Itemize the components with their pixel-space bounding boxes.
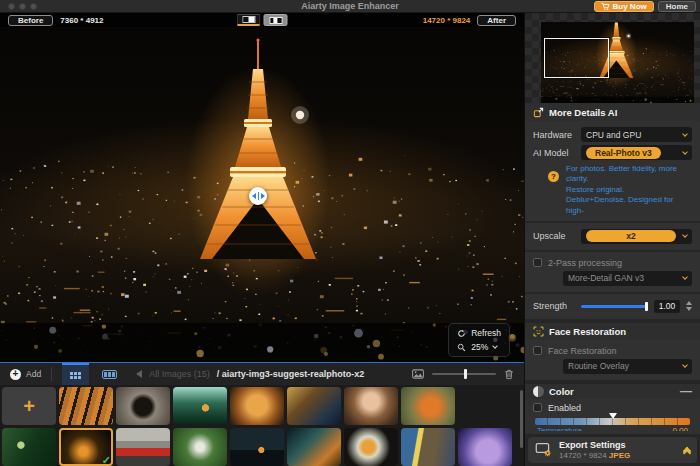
navigator-preview[interactable] <box>525 13 700 103</box>
after-button[interactable]: After <box>477 15 516 26</box>
minimize-window-icon[interactable] <box>19 3 26 10</box>
compare-slider-handle[interactable] <box>249 187 267 205</box>
thumbnail-size-icon <box>412 369 424 379</box>
thumbnail-red-car[interactable] <box>116 428 170 466</box>
thumbnail-portrait-woman[interactable] <box>344 387 398 425</box>
upscale-label: Upscale <box>533 231 575 241</box>
thumbnail-size-slider-handle[interactable] <box>464 369 467 379</box>
plus-circle-icon: + <box>10 369 21 380</box>
handle-right-arrow-icon <box>261 193 265 199</box>
collapse-section-icon[interactable]: — <box>680 387 692 395</box>
close-window-icon[interactable] <box>8 3 15 10</box>
home-button[interactable]: Home <box>658 1 696 12</box>
upscale-dropdown[interactable]: x2 <box>581 229 692 244</box>
buy-now-button[interactable]: Buy Now <box>594 1 654 12</box>
hint-line: Deblur+Denoise. Designed for high- <box>566 195 692 216</box>
thumbnail-tokyo-night[interactable]: ✓ <box>59 428 113 466</box>
export-settings-title: Export Settings <box>559 440 630 450</box>
model-settings-card: Hardware CPU and GPU AI Model Real-Photo… <box>525 121 700 221</box>
strength-slider-handle[interactable] <box>645 302 648 311</box>
color-enabled-label: Enabled <box>548 403 581 413</box>
ai-model-label: AI Model <box>533 148 575 158</box>
hardware-dropdown[interactable]: CPU and GPU <box>581 127 692 142</box>
before-size: 7360 * 4912 <box>60 16 103 25</box>
after-size: 14720 * 9824 <box>423 16 471 25</box>
window-controls[interactable] <box>8 3 37 10</box>
thumbnail-tiger[interactable] <box>59 387 113 425</box>
strength-stepper[interactable] <box>686 301 692 311</box>
thumbnail-scrollbar[interactable] <box>520 390 523 448</box>
filmstrip-panel: + Add All Images (15) / aiarty-img3-s <box>0 362 524 466</box>
view-mode-toggles <box>237 14 288 26</box>
refresh-button[interactable]: Refresh <box>457 328 501 338</box>
thumbnail-size-slider[interactable] <box>432 373 496 375</box>
thumbnail-forest-bird[interactable] <box>2 428 56 466</box>
refresh-label: Refresh <box>471 328 501 338</box>
viewer-controls: Refresh 25% <box>448 323 510 357</box>
strength-value: 1.00 <box>654 300 680 313</box>
face-restoration-checkbox[interactable] <box>533 346 542 355</box>
temperature-slider[interactable] <box>535 418 690 425</box>
section-more-details-ai: More Details AI <box>525 103 700 121</box>
zoom-level-control[interactable]: 25% <box>457 342 501 352</box>
split-view-toggle[interactable] <box>237 14 261 26</box>
thumbnail-butterfly-orange[interactable] <box>344 428 398 466</box>
plus-icon: + <box>23 396 35 416</box>
help-icon[interactable]: ? <box>548 171 559 182</box>
before-button[interactable]: Before <box>8 15 53 26</box>
thumbnail-armored-dog[interactable] <box>287 387 341 425</box>
chevron-down-icon <box>682 131 688 137</box>
color-enabled-checkbox[interactable] <box>533 403 542 412</box>
navigator-selection-rect[interactable] <box>544 38 609 78</box>
chevron-down-icon <box>682 149 688 155</box>
buy-now-label: Buy Now <box>613 2 647 11</box>
stepper-down-icon[interactable] <box>686 307 692 311</box>
temperature-slider-handle[interactable] <box>609 413 617 419</box>
titlebar: Aiarty Image Enhancer Buy Now Home <box>0 0 700 13</box>
enhance-expand-icon <box>533 107 544 118</box>
temperature-labels: Temperature 0.00 <box>537 426 688 431</box>
collapse-export-icon[interactable] <box>684 448 690 452</box>
stepper-up-icon[interactable] <box>686 301 692 305</box>
trash-icon[interactable] <box>504 369 514 380</box>
strength-slider[interactable] <box>581 305 648 308</box>
ai-model-dropdown[interactable]: Real-Photo v3 <box>581 145 692 160</box>
refresh-icon <box>457 329 466 338</box>
filmstrip-icon <box>102 370 117 379</box>
export-dimensions: 14720 * 9824 <box>559 451 607 460</box>
export-settings-panel[interactable]: Export Settings 14720 * 9824 JPEG <box>528 437 697 463</box>
thumbnail-heron[interactable] <box>173 428 227 466</box>
hardware-label: Hardware <box>533 130 575 140</box>
two-pass-model-dropdown[interactable]: More-Detail GAN v3 <box>563 271 692 286</box>
image-viewer[interactable]: Refresh 25% <box>0 27 524 362</box>
grid-view-toggle[interactable] <box>62 363 89 385</box>
section-face-restoration: Face Restoration <box>525 323 700 340</box>
upscale-card: Upscale x2 <box>525 223 700 250</box>
thumbnail-coral[interactable] <box>458 428 512 466</box>
add-image-tile[interactable]: + <box>2 387 56 425</box>
maximize-window-icon[interactable] <box>30 3 37 10</box>
thumbnail-hallway-woman[interactable] <box>401 428 455 466</box>
thumbnail-lake-house[interactable] <box>230 428 284 466</box>
thumbnail-butterfly-dark[interactable] <box>116 387 170 425</box>
side-by-side-view-icon <box>269 17 282 24</box>
thumbnail-burger[interactable] <box>230 387 284 425</box>
thumbnail-fantasy-forest[interactable] <box>173 387 227 425</box>
grid-icon <box>70 372 81 379</box>
two-pass-checkbox[interactable] <box>533 258 542 267</box>
thumbnail-fox[interactable] <box>401 387 455 425</box>
settings-sidebar: More Details AI Hardware CPU and GPU AI … <box>524 13 700 466</box>
check-icon: ✓ <box>102 454 111 466</box>
two-pass-card: 2-Pass processing More-Detail GAN v3 <box>525 252 700 292</box>
add-images-button[interactable]: + Add <box>10 369 41 380</box>
breadcrumb-all-images[interactable]: All Images (15) <box>149 369 210 379</box>
hint-line: Restore original. <box>566 185 692 195</box>
temperature-label: Temperature <box>537 426 582 431</box>
filmstrip-view-toggle[interactable] <box>96 363 123 385</box>
zoom-level-value: 25% <box>471 342 488 352</box>
thumbnail-leopard[interactable] <box>287 428 341 466</box>
back-arrow-icon[interactable] <box>136 370 142 378</box>
strength-card: Strength 1.00 <box>525 294 700 319</box>
side-by-side-view-toggle[interactable] <box>264 14 288 26</box>
face-model-dropdown[interactable]: Routine Overlay <box>563 359 692 374</box>
